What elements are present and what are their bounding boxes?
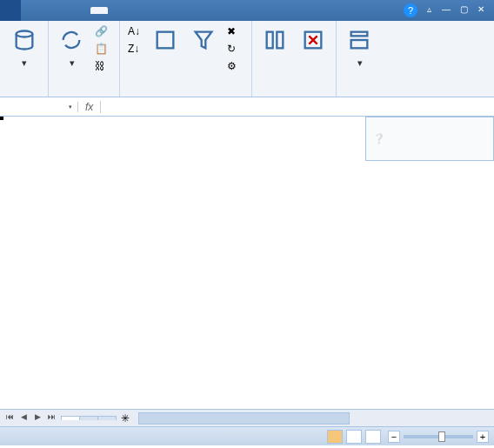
svg-rect-5 bbox=[351, 32, 368, 37]
sheet-tab-3[interactable] bbox=[97, 416, 117, 420]
titlebar: ? ▵ — ▢ ✕ bbox=[0, 0, 494, 21]
tab-home[interactable] bbox=[21, 7, 38, 14]
sort-za-button[interactable]: Z↓ bbox=[127, 42, 143, 57]
get-external-data-button[interactable]: ▾ bbox=[7, 24, 41, 70]
file-tab[interactable] bbox=[0, 0, 21, 21]
sheet-nav-first-icon[interactable]: ⏮ bbox=[3, 412, 16, 425]
sheet-add-icon[interactable]: ✳ bbox=[116, 411, 135, 426]
tab-view[interactable] bbox=[125, 7, 143, 14]
name-box[interactable]: ▾ bbox=[0, 102, 78, 112]
remove-duplicates-button[interactable] bbox=[297, 24, 329, 57]
refresh-all-button[interactable]: ▾ bbox=[56, 24, 87, 70]
remove-dup-icon bbox=[299, 26, 327, 54]
help-icon[interactable]: ? bbox=[404, 3, 417, 17]
clear-icon: ✖ bbox=[227, 25, 241, 39]
data-validation-tooltip: ❔ bbox=[365, 117, 494, 161]
sheet-nav-next-icon[interactable]: ▶ bbox=[31, 412, 43, 425]
sort-desc-icon: Z↓ bbox=[128, 43, 142, 57]
filter-icon bbox=[190, 26, 217, 54]
tab-page-layout[interactable] bbox=[56, 7, 73, 14]
status-bar: − + bbox=[0, 426, 494, 445]
sheet-nav-prev-icon[interactable]: ◀ bbox=[17, 412, 30, 425]
tooltip-help: ❔ bbox=[373, 131, 486, 146]
close-icon[interactable]: ✕ bbox=[475, 4, 487, 17]
selection-border bbox=[0, 117, 3, 120]
view-page-layout-button[interactable] bbox=[346, 430, 362, 444]
group-label-connections bbox=[56, 91, 112, 93]
svg-rect-3 bbox=[277, 32, 283, 49]
reapply-icon: ↻ bbox=[227, 43, 241, 57]
filter-button[interactable] bbox=[188, 24, 219, 57]
view-normal-button[interactable] bbox=[327, 430, 343, 444]
reapply-button[interactable]: ↻ bbox=[226, 42, 244, 57]
horizontal-scrollbar[interactable] bbox=[138, 412, 491, 425]
database-icon bbox=[10, 26, 38, 54]
tab-addins[interactable] bbox=[160, 7, 177, 14]
sort-asc-icon: A↓ bbox=[128, 25, 142, 39]
sheet-tab-2[interactable] bbox=[79, 416, 98, 420]
view-page-break-button[interactable] bbox=[365, 430, 381, 444]
zoom-out-button[interactable]: − bbox=[388, 431, 400, 443]
properties-icon: 📋 bbox=[95, 43, 109, 57]
advanced-filter-button[interactable]: ⚙ bbox=[226, 59, 244, 75]
connections-button[interactable]: 🔗 bbox=[94, 24, 112, 40]
zoom-in-button[interactable]: + bbox=[477, 431, 489, 443]
svg-rect-2 bbox=[267, 32, 273, 49]
tab-review[interactable] bbox=[108, 7, 125, 14]
sort-icon bbox=[151, 26, 179, 54]
fx-icon[interactable]: fx bbox=[78, 101, 101, 113]
refresh-icon bbox=[57, 26, 85, 54]
sort-button[interactable] bbox=[150, 24, 181, 57]
formula-input[interactable] bbox=[101, 105, 494, 109]
sheet-tab-1[interactable] bbox=[61, 416, 80, 420]
edit-links-button[interactable]: ⛓ bbox=[94, 59, 112, 75]
advanced-icon: ⚙ bbox=[227, 60, 241, 74]
sheet-nav-last-icon[interactable]: ⏭ bbox=[45, 412, 57, 425]
columns-icon bbox=[261, 26, 289, 54]
outline-button[interactable]: ▾ bbox=[344, 24, 375, 70]
svg-rect-1 bbox=[157, 32, 174, 49]
tab-formulas[interactable] bbox=[73, 7, 90, 14]
sort-az-button[interactable]: A↓ bbox=[127, 24, 143, 40]
link-icon: 🔗 bbox=[95, 25, 109, 39]
grid-area: ❔ bbox=[0, 117, 494, 409]
restore-icon[interactable]: ▢ bbox=[457, 4, 470, 17]
tab-data[interactable] bbox=[90, 7, 108, 14]
zoom-slider[interactable] bbox=[404, 435, 473, 438]
minimize-icon[interactable]: — bbox=[440, 4, 452, 17]
group-label-sort-filter bbox=[127, 91, 244, 93]
ribbon: ▾ ▾ 🔗 📋 ⛓ A↓ Z↓ bbox=[0, 21, 494, 97]
clear-filter-button[interactable]: ✖ bbox=[226, 24, 244, 40]
properties-button[interactable]: 📋 bbox=[94, 42, 112, 57]
group-label-data-tools bbox=[259, 91, 329, 93]
sheet-tab-bar: ⏮ ◀ ▶ ⏭ ✳ bbox=[0, 409, 494, 426]
tab-developer[interactable] bbox=[143, 7, 160, 14]
minimize-ribbon-icon[interactable]: ▵ bbox=[423, 4, 435, 17]
svg-point-0 bbox=[16, 31, 32, 37]
text-to-columns-button[interactable] bbox=[259, 24, 290, 57]
ribbon-tabs bbox=[21, 7, 177, 14]
outline-icon bbox=[345, 26, 373, 54]
edit-link-icon: ⛓ bbox=[95, 60, 109, 74]
formula-bar: ▾ fx bbox=[0, 97, 494, 117]
tab-insert[interactable] bbox=[38, 7, 56, 14]
svg-rect-6 bbox=[351, 40, 368, 48]
